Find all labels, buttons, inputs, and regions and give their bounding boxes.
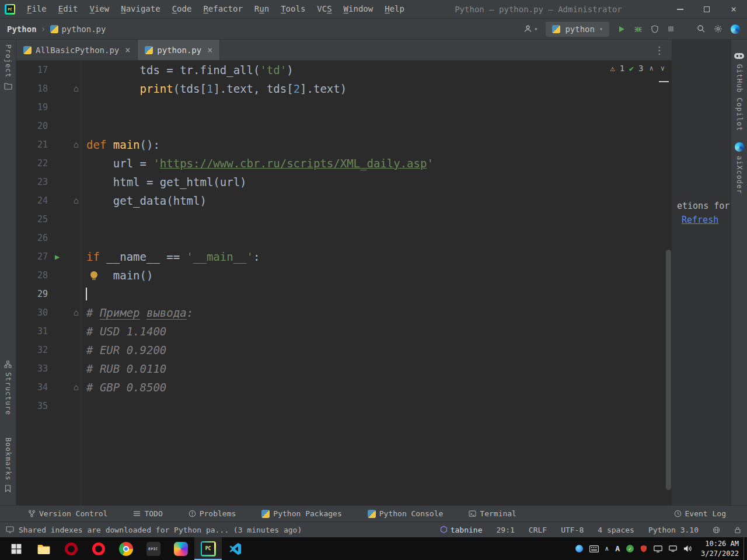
run-line-icon[interactable]: ▶ [55, 247, 60, 266]
menu-vcs[interactable]: VCS [311, 0, 337, 18]
run-config-selector[interactable]: python ▾ [546, 22, 609, 37]
taskbar-clock[interactable]: 10:26 AM 3/27/2022 [696, 539, 743, 558]
tool-stripe-structure[interactable]: Structure [0, 360, 16, 415]
intention-bulb-icon[interactable] [90, 271, 97, 278]
code-line[interactable]: 33# RUB 0.0110 [16, 359, 672, 378]
hidden-icons-chevron-icon[interactable]: ∧ [605, 545, 609, 552]
editor-tab-allbasicpython-py[interactable]: AllBasicPython.py× [16, 40, 138, 60]
menu-help[interactable]: Help [379, 0, 410, 18]
tool-button-terminal[interactable]: Terminal [469, 509, 516, 518]
settings-button[interactable] [714, 24, 722, 33]
globe-icon[interactable] [713, 526, 720, 534]
run-button[interactable] [617, 25, 626, 33]
taskbar-pycharm-button[interactable] [194, 537, 222, 560]
breadcrumb-file[interactable]: python.py [62, 24, 106, 34]
taskbar-chrome-button[interactable] [112, 537, 139, 560]
tool-button-todo[interactable]: TODO [133, 509, 162, 518]
refresh-link[interactable]: Refresh [682, 215, 718, 225]
code-line[interactable]: 35 [16, 397, 672, 415]
code-line[interactable]: 17 tds = tr.find_all('td') [16, 61, 672, 79]
file-encoding[interactable]: UTF-8 [561, 526, 584, 534]
minimize-button[interactable] [666, 0, 693, 18]
code-line[interactable]: 26 [16, 229, 672, 247]
status-message[interactable]: Shared indexes are downloaded for Python… [19, 526, 302, 534]
lock-icon[interactable] [734, 526, 741, 534]
tool-button-python-console[interactable]: Python Console [368, 509, 444, 518]
code-line[interactable]: 30⌂# Пример вывода: [16, 303, 672, 322]
menu-refactor[interactable]: Refactor [197, 0, 248, 18]
code-line[interactable]: 27▶if __name__ == '__main__': [16, 247, 672, 266]
menu-run[interactable]: Run [249, 0, 275, 18]
close-button[interactable]: × [720, 0, 747, 18]
tool-stripe-project[interactable]: Project [0, 44, 16, 90]
tool-button-python-packages[interactable]: Python Packages [261, 509, 341, 518]
tabnine-widget[interactable]: tabnine [440, 526, 483, 534]
taskbar-opera-gx-button[interactable] [57, 537, 85, 560]
fold-marker-icon[interactable]: ⌂ [74, 79, 79, 98]
menu-edit[interactable]: Edit [53, 0, 84, 18]
editor-tab-python-py[interactable]: python.py× [138, 40, 220, 60]
inspection-widget[interactable]: ⚠ 1 ✔✔ 3 ∧ ∨ [610, 64, 666, 73]
code-line[interactable]: 34⌂# GBP 0.8500 [16, 378, 672, 397]
menu-file[interactable]: File [21, 0, 53, 18]
menu-view[interactable]: View [83, 0, 115, 18]
fold-marker-icon[interactable]: ⌂ [74, 191, 79, 210]
python-interpreter[interactable]: Python 3.10 [648, 526, 699, 534]
volume-icon[interactable] [683, 545, 693, 552]
code-line[interactable]: 20 [16, 117, 672, 135]
code-line[interactable]: 21⌂def main(): [16, 135, 672, 154]
code-line[interactable]: 32# EUR 0.9200 [16, 341, 672, 359]
antivirus-status-icon[interactable]: ✓ [626, 545, 634, 552]
breadcrumb-project[interactable]: Python [7, 24, 37, 34]
stop-button[interactable] [667, 25, 675, 33]
fold-marker-icon[interactable]: ⌂ [74, 303, 79, 322]
caret-position[interactable]: 29:1 [497, 526, 515, 534]
user-button[interactable]: ▾ [523, 24, 537, 33]
tool-stripe-github-copilot[interactable]: GitHub Copilot [731, 51, 747, 131]
menu-window[interactable]: Window [338, 0, 379, 18]
code-line[interactable]: 29 [16, 285, 672, 303]
code-editor[interactable]: 17 tds = tr.find_all('td')18⌂ print(tds[… [16, 61, 672, 505]
input-language-icon[interactable]: A [615, 544, 620, 553]
show-desktop-button[interactable] [743, 537, 747, 560]
tool-button-problems[interactable]: Problems [189, 509, 236, 518]
code-line[interactable]: 24⌂ get_data(html) [16, 191, 672, 210]
tool-stripe-aixcoder[interactable]: aiXcoder [731, 142, 747, 194]
tab-close-icon[interactable]: × [207, 45, 212, 55]
maximize-button[interactable] [693, 0, 720, 18]
line-separator[interactable]: CRLF [529, 526, 547, 534]
menu-navigate[interactable]: Navigate [115, 0, 166, 18]
taskbar-file-explorer-button[interactable] [30, 537, 57, 560]
taskbar-colorful-app-button[interactable] [167, 537, 194, 560]
code-line[interactable]: 23 html = get_html(url) [16, 173, 672, 191]
prev-problem-chevron-icon[interactable]: ∧ [648, 64, 655, 72]
menu-code[interactable]: Code [166, 0, 198, 18]
tool-button-version-control[interactable]: Version Control [28, 509, 107, 518]
display-icon[interactable] [654, 545, 662, 552]
security-shield-icon[interactable] [640, 545, 647, 552]
menu-tools[interactable]: Tools [275, 0, 311, 18]
fold-marker-icon[interactable]: ⌂ [74, 135, 79, 154]
tab-close-icon[interactable]: × [125, 45, 130, 55]
code-line[interactable]: 22 url = 'https://www.cbr.ru/scripts/XML… [16, 154, 672, 173]
tab-options-kebab-icon[interactable]: ⋮ [647, 40, 672, 60]
taskbar-vscode-button[interactable] [222, 537, 249, 560]
touch-keyboard-icon[interactable] [589, 545, 599, 552]
code-line[interactable]: 19 [16, 98, 672, 117]
tool-stripe-bookmarks[interactable]: Bookmarks [0, 438, 16, 492]
code-line[interactable]: 28 main() [16, 266, 672, 285]
fold-marker-icon[interactable]: ⌂ [74, 378, 79, 397]
code-line[interactable]: 31# USD 1.1400 [16, 322, 672, 341]
indent-style[interactable]: 4 spaces [598, 526, 634, 534]
code-line[interactable]: 25 [16, 210, 672, 229]
code-line[interactable]: 18⌂ print(tds[1].text, tds[2].text) [16, 79, 672, 98]
taskbar-windows-start-button[interactable] [2, 537, 30, 560]
coverage-button[interactable] [651, 25, 659, 33]
next-problem-chevron-icon[interactable]: ∨ [659, 64, 666, 72]
aixcoder-tray-icon[interactable] [575, 545, 583, 552]
debug-button[interactable] [634, 24, 643, 33]
event-log-button[interactable]: Event Log [674, 509, 726, 518]
search-everywhere-button[interactable] [697, 24, 706, 33]
taskbar-epic-games-button[interactable]: EPIC [139, 537, 167, 560]
editor-scrollbar[interactable] [666, 250, 671, 490]
